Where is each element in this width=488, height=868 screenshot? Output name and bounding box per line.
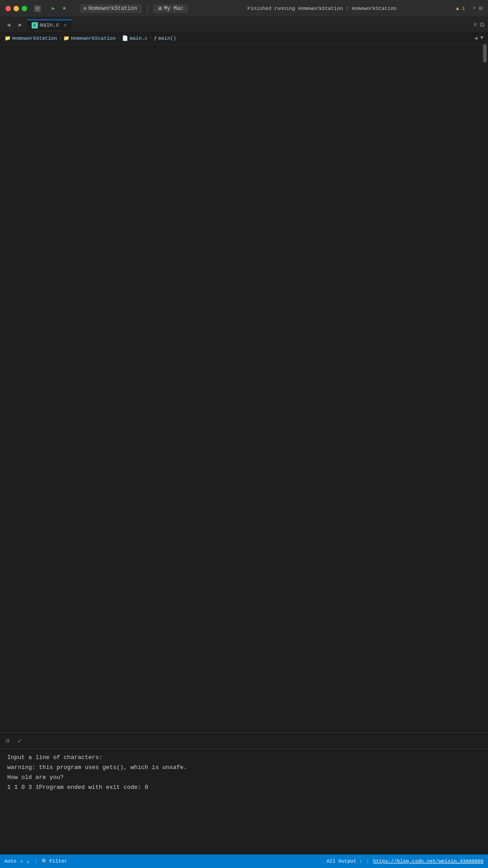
c-file-icon: C bbox=[32, 22, 38, 28]
folder-icon: 📁 bbox=[5, 35, 11, 41]
stop-button[interactable]: ■ bbox=[61, 5, 68, 12]
line-numbers bbox=[0, 44, 23, 732]
list-view-icon[interactable]: ≡ bbox=[474, 21, 477, 28]
maximize-button[interactable] bbox=[22, 6, 27, 11]
scrollbar-thumb[interactable] bbox=[483, 44, 487, 62]
output-line-4: 1 1 0 3 1Program ended with exit code: 0 bbox=[7, 783, 481, 793]
warning-count: ▲ 1 bbox=[456, 6, 465, 11]
file-tab-label: main.c bbox=[40, 22, 59, 28]
toolbar: ◀ ▶ C main.c ✕ ≡ ⧉ bbox=[0, 17, 488, 33]
filter-label: Filter bbox=[49, 859, 67, 864]
destination-tab[interactable]: 🖥 My Mac bbox=[153, 4, 188, 13]
terminal-toolbar: ⊟ ⤢ bbox=[0, 733, 488, 749]
code-editor[interactable] bbox=[0, 44, 482, 732]
warning-badge: ▲ 1 bbox=[456, 6, 465, 11]
all-output-label: All Output : bbox=[327, 859, 362, 864]
filter-icon: 🔍 bbox=[42, 859, 48, 864]
url-link[interactable]: https://blog.csdn.net/weixin_43888800 bbox=[373, 859, 483, 864]
code-area[interactable] bbox=[23, 44, 482, 732]
titlebar: ⊟ ▶ ■ ⚙ HomeworkStation 🖥 My Mac Finishe… bbox=[0, 0, 488, 17]
file-tab[interactable]: C main.c ✕ bbox=[27, 19, 71, 30]
breadcrumb-sep-3: › bbox=[150, 36, 152, 41]
minimize-button[interactable] bbox=[14, 6, 19, 11]
terminal-toggle-btn[interactable]: ⊟ bbox=[4, 737, 12, 745]
scheme-icon: ⚙ bbox=[84, 6, 87, 11]
split-view-icon[interactable]: ⧉ bbox=[480, 21, 484, 28]
breadcrumb-next-icon[interactable]: ▼ bbox=[480, 35, 483, 42]
sb-icon-2: ⚠ bbox=[27, 859, 30, 864]
file-icon: 📄 bbox=[122, 35, 128, 41]
forward-button[interactable]: ▶ bbox=[15, 20, 25, 30]
run-button[interactable]: ▶ bbox=[50, 5, 57, 12]
breadcrumb: 📁 HomeworkStation › 📁 HomeworkStation › … bbox=[0, 33, 488, 44]
scheme-tab[interactable]: ⚙ HomeworkStation bbox=[80, 4, 142, 13]
breadcrumb-file-label: main.c bbox=[130, 36, 148, 41]
breadcrumb-group[interactable]: 📁 HomeworkStation bbox=[63, 35, 116, 41]
filter-button[interactable]: 🔍 Filter bbox=[42, 859, 67, 864]
back-button[interactable]: ◀ bbox=[4, 20, 14, 30]
output-line-3: How old are you? bbox=[7, 773, 481, 783]
breadcrumb-sep-1: › bbox=[59, 36, 61, 41]
breadcrumb-actions: ◀ ▼ bbox=[474, 35, 483, 42]
sb-divider-filter: | bbox=[34, 859, 38, 864]
breadcrumb-sep-2: › bbox=[117, 36, 120, 41]
editor-wrapper bbox=[0, 44, 488, 732]
split-button[interactable]: ⊞ bbox=[479, 5, 483, 12]
auto-indent-label: Auto bbox=[5, 859, 16, 864]
file-tab-close[interactable]: ✕ bbox=[64, 22, 67, 28]
add-tab-button[interactable]: + bbox=[472, 5, 476, 12]
breadcrumb-symbol[interactable]: ƒ main() bbox=[154, 36, 176, 41]
scrollbar-track[interactable] bbox=[482, 44, 488, 732]
sb-icon-1: ⚡ bbox=[20, 859, 23, 864]
close-button[interactable] bbox=[5, 6, 11, 11]
breadcrumb-project-label: HomeworkStation bbox=[12, 36, 57, 41]
terminal-expand-btn[interactable]: ⤢ bbox=[15, 737, 23, 745]
toolbar-right-actions: ≡ ⧉ bbox=[474, 21, 484, 28]
folder2-icon: 📁 bbox=[63, 35, 70, 41]
breadcrumb-prev-icon[interactable]: ◀ bbox=[474, 35, 478, 42]
sb-right-area: All Output : | https://blog.csdn.net/wei… bbox=[327, 859, 483, 864]
terminal-panel: ⊟ ⤢ Input a line of characters: warning:… bbox=[0, 732, 488, 854]
breadcrumb-file[interactable]: 📄 main.c bbox=[122, 35, 148, 41]
function-icon: ƒ bbox=[154, 36, 157, 41]
titlebar-divider bbox=[147, 4, 148, 13]
auto-indent-status[interactable]: Auto bbox=[5, 859, 16, 864]
output-line-2: warning: this program uses gets(), which… bbox=[7, 763, 481, 773]
breadcrumb-project[interactable]: 📁 HomeworkStation bbox=[5, 35, 57, 41]
statusbar: Auto ⚡ ⚠ | 🔍 Filter All Output : | https… bbox=[0, 854, 488, 868]
destination-tab-label: My Mac bbox=[164, 5, 183, 12]
output-line-1: Input a line of characters: bbox=[7, 753, 481, 763]
sidebar-toggle-icon[interactable]: ⊟ bbox=[34, 5, 41, 12]
breadcrumb-group-label: HomeworkStation bbox=[71, 36, 116, 41]
traffic-lights bbox=[5, 6, 27, 11]
run-status: Finished running HomeworkStation : Homew… bbox=[192, 6, 452, 11]
sb-divider-right: | bbox=[366, 859, 370, 864]
scheme-tab-label: HomeworkStation bbox=[89, 5, 137, 12]
breadcrumb-symbol-label: main() bbox=[158, 36, 176, 41]
titlebar-nav-controls: ⊟ bbox=[34, 5, 41, 12]
titlebar-right-buttons: + ⊞ bbox=[472, 5, 483, 12]
mac-icon: 🖥 bbox=[158, 6, 162, 11]
terminal-output: Input a line of characters: warning: thi… bbox=[0, 749, 488, 854]
